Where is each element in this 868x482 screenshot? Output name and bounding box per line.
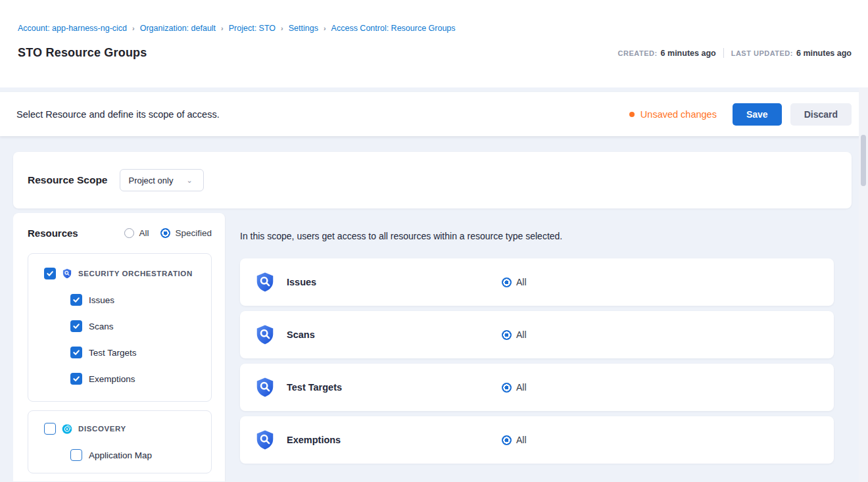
radio-selected-icon [502, 277, 512, 287]
radio-all[interactable]: All [124, 228, 149, 238]
breadcrumb-link-organization[interactable]: Organization: default [140, 24, 216, 33]
sto-shield-icon [254, 324, 276, 346]
save-button[interactable]: Save [733, 103, 782, 126]
meta-divider [723, 48, 724, 58]
breadcrumb-link-access-control[interactable]: Access Control: Resource Groups [331, 24, 456, 33]
resource-group-discovery: DISCOVERY Application Map [28, 410, 212, 473]
radio-all-icon [124, 228, 134, 238]
unsaved-dot-icon [629, 112, 635, 117]
radio-selected-icon [502, 383, 512, 393]
breadcrumb: Account: app-harness-ng-cicd › Organizat… [18, 24, 852, 33]
page-title: STO Resource Groups [18, 46, 147, 60]
check-icon [72, 349, 80, 356]
checkbox-exemptions[interactable] [70, 373, 82, 385]
page-header: Account: app-harness-ng-cicd › Organizat… [0, 0, 868, 87]
checkbox-application-map[interactable] [70, 449, 82, 461]
checkbox-scans[interactable] [70, 320, 82, 332]
chevron-right-icon: › [132, 24, 135, 32]
sto-shield-icon [254, 376, 276, 398]
last-updated-value: 6 minutes ago [796, 49, 852, 58]
resource-card-label: Scans [287, 329, 502, 340]
scope-description: In this scope, users get access to all r… [240, 231, 834, 241]
sto-shield-icon [62, 268, 72, 279]
resource-card-issues: Issues All [240, 258, 834, 306]
breadcrumb-link-settings[interactable]: Settings [289, 24, 318, 33]
check-icon [72, 375, 80, 382]
resource-card-scans: Scans All [240, 311, 834, 358]
vertical-scrollbar[interactable] [859, 87, 868, 482]
breadcrumb-link-account[interactable]: Account: app-harness-ng-cicd [18, 24, 127, 33]
discovery-icon [62, 423, 72, 434]
check-icon [72, 297, 80, 303]
resource-card-label: Test Targets [287, 382, 502, 393]
resources-panel-title: Resources [28, 228, 78, 239]
radio-selected-icon [502, 330, 512, 340]
breadcrumb-link-project[interactable]: Project: STO [229, 24, 276, 33]
toolbar-description: Select Resource and define its scope of … [16, 109, 220, 120]
chevron-right-icon: › [221, 24, 224, 32]
access-radio-all-scans[interactable]: All [502, 329, 527, 340]
sto-shield-icon [254, 271, 276, 293]
last-updated-label: LAST UPDATED: [731, 49, 793, 57]
unsaved-changes-label: Unsaved changes [640, 109, 717, 120]
created-value: 6 minutes ago [661, 49, 716, 58]
resource-scope-select[interactable]: Project only ⌄ [120, 169, 204, 191]
discard-button[interactable]: Discard [790, 103, 852, 126]
resource-scope-label: Resource Scope [28, 174, 107, 186]
tree-row-exemptions[interactable]: Exemptions [70, 371, 205, 387]
resource-card-label: Exemptions [287, 435, 502, 445]
tree-row-security-orchestration[interactable]: SECURITY ORCHESTRATION [44, 266, 205, 281]
resource-scope-card: Resource Scope Project only ⌄ [13, 152, 852, 208]
tree-row-application-map[interactable]: Application Map [70, 447, 205, 463]
access-radio-all-issues[interactable]: All [502, 277, 527, 287]
resource-group-security-orchestration: SECURITY ORCHESTRATION Issues Scans Test… [28, 253, 212, 402]
scrollbar-thumb[interactable] [861, 135, 866, 186]
scope-access-section: In this scope, users get access to all r… [240, 213, 868, 481]
radio-selected-icon [502, 435, 512, 445]
resource-scope-selected-value: Project only [128, 176, 173, 185]
chevron-down-icon: ⌄ [186, 176, 192, 185]
check-icon [72, 323, 80, 329]
record-meta: CREATED: 6 minutes ago LAST UPDATED: 6 m… [618, 48, 852, 58]
checkbox-test-targets[interactable] [70, 347, 82, 358]
unsaved-changes-indicator: Unsaved changes [629, 109, 717, 120]
tree-row-scans[interactable]: Scans [70, 318, 205, 334]
resource-card-test-targets: Test Targets All [240, 364, 834, 411]
radio-specified[interactable]: Specified [160, 228, 212, 238]
resources-panel: Resources All Specified [13, 213, 225, 481]
checkbox-discovery[interactable] [44, 423, 56, 435]
save-toolbar: Select Resource and define its scope of … [0, 92, 868, 136]
check-icon [46, 270, 54, 277]
access-radio-all-exemptions[interactable]: All [502, 435, 527, 445]
sto-shield-icon [254, 429, 276, 451]
chevron-right-icon: › [324, 24, 326, 32]
checkbox-security-orchestration[interactable] [44, 268, 56, 279]
resources-mode-radio-group: All Specified [124, 228, 212, 238]
chevron-right-icon: › [281, 24, 283, 32]
resource-card-exemptions: Exemptions All [240, 416, 834, 464]
radio-specified-icon [160, 228, 170, 238]
resource-card-label: Issues [287, 277, 502, 287]
tree-row-discovery[interactable]: DISCOVERY [44, 421, 205, 437]
created-label: CREATED: [618, 49, 658, 57]
tree-row-test-targets[interactable]: Test Targets [70, 345, 205, 360]
tree-row-issues[interactable]: Issues [70, 292, 205, 308]
checkbox-issues[interactable] [70, 294, 82, 306]
access-radio-all-test-targets[interactable]: All [502, 382, 527, 393]
